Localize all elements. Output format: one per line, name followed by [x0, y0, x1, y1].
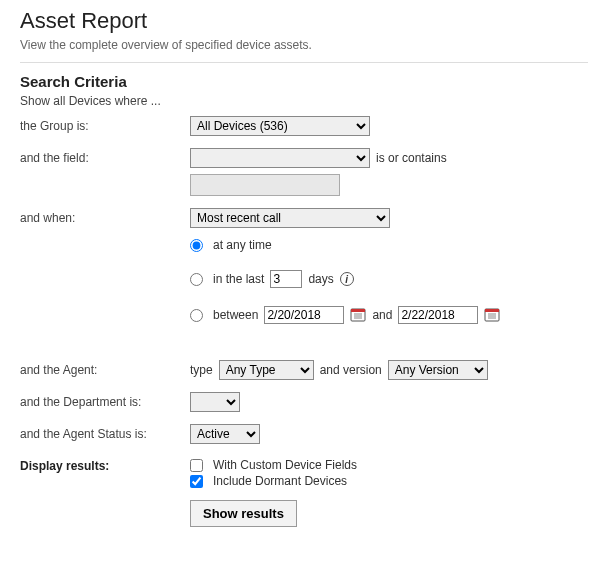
svg-rect-6	[485, 309, 499, 312]
is-or-contains-text: is or contains	[376, 151, 447, 165]
label-agent-status: and the Agent Status is:	[20, 424, 190, 441]
calendar-icon[interactable]	[350, 307, 366, 323]
date-from-input[interactable]	[264, 306, 344, 324]
divider	[20, 62, 588, 63]
agent-version-label: and version	[320, 363, 382, 377]
when-select[interactable]: Most recent call	[190, 208, 390, 228]
department-select[interactable]	[190, 392, 240, 412]
field-select[interactable]	[190, 148, 370, 168]
radio-inlast[interactable]	[190, 273, 203, 286]
when-option-anytime[interactable]: at any time	[190, 238, 588, 252]
agent-type-select[interactable]: Any Type	[219, 360, 314, 380]
row-field: and the field: is or contains	[20, 148, 588, 196]
calendar-icon[interactable]	[484, 307, 500, 323]
row-display: Display results: With Custom Device Fiel…	[20, 456, 588, 527]
date-to-input[interactable]	[398, 306, 478, 324]
agent-status-select[interactable]: Active	[190, 424, 260, 444]
label-field: and the field:	[20, 148, 190, 165]
agent-type-label: type	[190, 363, 213, 377]
check-dormant[interactable]	[190, 475, 203, 488]
radio-anytime[interactable]	[190, 239, 203, 252]
when-option-between[interactable]: between and	[190, 306, 588, 324]
row-agent: and the Agent: type Any Type and version…	[20, 360, 588, 380]
section-title: Search Criteria	[20, 73, 588, 90]
check-custom-fields-line[interactable]: With Custom Device Fields	[190, 458, 588, 472]
radio-inlast-after: days	[308, 272, 333, 286]
check-custom-fields-label: With Custom Device Fields	[213, 458, 357, 472]
group-select[interactable]: All Devices (536)	[190, 116, 370, 136]
label-when: and when:	[20, 208, 190, 225]
radio-anytime-label: at any time	[213, 238, 272, 252]
label-agent: and the Agent:	[20, 360, 190, 377]
radio-between[interactable]	[190, 309, 203, 322]
check-custom-fields[interactable]	[190, 459, 203, 472]
radio-between-before: between	[213, 308, 258, 322]
radio-inlast-before: in the last	[213, 272, 264, 286]
agent-version-select[interactable]: Any Version	[388, 360, 488, 380]
page-subtitle: View the complete overview of specified …	[20, 38, 588, 52]
row-group: the Group is: All Devices (536)	[20, 116, 588, 136]
radio-between-and: and	[372, 308, 392, 322]
svg-rect-1	[351, 309, 365, 312]
label-department: and the Department is:	[20, 392, 190, 409]
info-icon[interactable]: i	[340, 272, 354, 286]
label-display: Display results:	[20, 456, 190, 473]
page-title: Asset Report	[20, 8, 588, 34]
row-agent-status: and the Agent Status is: Active	[20, 424, 588, 444]
check-dormant-line[interactable]: Include Dormant Devices	[190, 474, 588, 488]
show-results-button[interactable]: Show results	[190, 500, 297, 527]
section-lead: Show all Devices where ...	[20, 94, 588, 108]
inlast-days-input[interactable]	[270, 270, 302, 288]
check-dormant-label: Include Dormant Devices	[213, 474, 347, 488]
when-option-inlast[interactable]: in the last days i	[190, 270, 588, 288]
label-group: the Group is:	[20, 116, 190, 133]
row-when: and when: Most recent call at any time i…	[20, 208, 588, 330]
row-department: and the Department is:	[20, 392, 588, 412]
field-value-input[interactable]	[190, 174, 340, 196]
